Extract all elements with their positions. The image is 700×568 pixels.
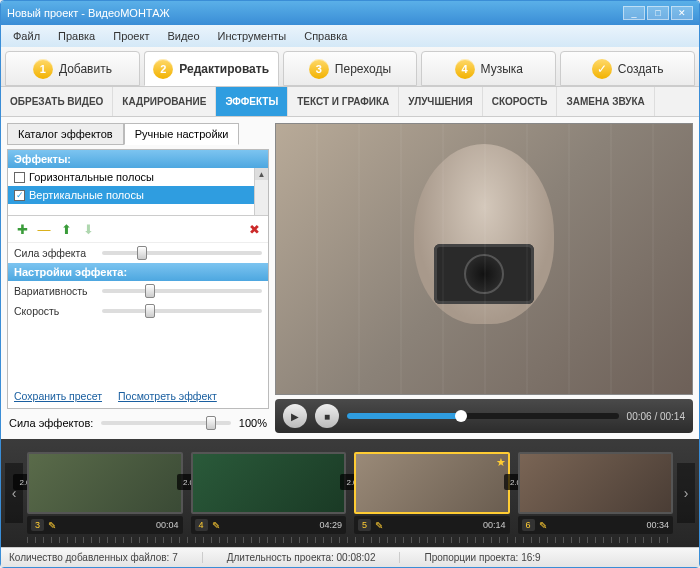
effect-strength-slider[interactable] <box>102 251 262 255</box>
effect-item-hstripes[interactable]: Горизонтальные полосы <box>8 168 268 186</box>
storyboard-next-button[interactable]: › <box>677 463 695 523</box>
time-display: 00:06 / 00:14 <box>627 411 685 422</box>
pencil-icon[interactable]: ✎ <box>375 520 383 531</box>
step-add[interactable]: 1Добавить <box>5 51 140 86</box>
app-window: Новый проект - ВидеоМОНТАЖ _ □ ✕ Файл Пр… <box>0 0 700 568</box>
remove-icon[interactable]: — <box>36 221 52 237</box>
preview-effect-link[interactable]: Посмотреть эффект <box>118 390 217 402</box>
effects-panel: Каталог эффектов Ручные настройки Эффект… <box>7 123 269 433</box>
seek-bar[interactable] <box>347 413 619 419</box>
effects-list: Горизонтальные полосы ✓Вертикальные поло… <box>8 168 268 216</box>
stop-button[interactable]: ■ <box>315 404 339 428</box>
subtab-effects[interactable]: ЭФФЕКТЫ <box>216 87 288 116</box>
storyboard: ‹ › 2.0 3✎00:04 2.0 4✎04:29 2.0 ★ 5✎00:1… <box>1 439 699 547</box>
subtab-speed[interactable]: СКОРОСТЬ <box>483 87 558 116</box>
check-icon: ✓ <box>592 59 612 79</box>
tab-catalog[interactable]: Каталог эффектов <box>7 123 124 145</box>
scroll-up-icon[interactable]: ▲ <box>255 168 268 180</box>
clip-thumbnail[interactable] <box>27 452 183 514</box>
clip-5[interactable]: 2.0 ★ 5✎00:14 <box>354 452 510 534</box>
overall-strength-slider[interactable] <box>101 421 230 425</box>
maximize-button[interactable]: □ <box>647 6 669 20</box>
checkbox-icon[interactable] <box>14 172 25 183</box>
edit-subtabs: ОБРЕЗАТЬ ВИДЕО КАДРИРОВАНИЕ ЭФФЕКТЫ ТЕКС… <box>1 87 699 117</box>
overall-strength-label: Сила эффектов: <box>9 417 93 429</box>
subtab-text[interactable]: ТЕКСТ И ГРАФИКА <box>288 87 399 116</box>
close-button[interactable]: ✕ <box>671 6 693 20</box>
titlebar: Новый проект - ВидеоМОНТАЖ _ □ ✕ <box>1 1 699 25</box>
pencil-icon[interactable]: ✎ <box>539 520 547 531</box>
effect-toolbar: ✚ — ⬆ ⬇ ✖ <box>8 216 268 243</box>
menu-project[interactable]: Проект <box>105 28 157 44</box>
clip-6[interactable]: 2.0 6✎00:34 <box>518 452 674 534</box>
step-transitions[interactable]: 3Переходы <box>283 51 418 86</box>
variability-slider[interactable] <box>102 289 262 293</box>
menu-edit[interactable]: Правка <box>50 28 103 44</box>
effect-item-vstripes[interactable]: ✓Вертикальные полосы <box>8 186 268 204</box>
window-title: Новый проект - ВидеоМОНТАЖ <box>7 7 623 19</box>
wizard-steps: 1Добавить 2Редактировать 3Переходы 4Музы… <box>1 47 699 87</box>
effect-strength-row: Сила эффекта <box>8 243 268 263</box>
star-icon: ★ <box>496 456 506 469</box>
effects-list-header: Эффекты: <box>8 150 268 168</box>
player-controls: ▶ ■ 00:06 / 00:14 <box>275 399 693 433</box>
menu-help[interactable]: Справка <box>296 28 355 44</box>
overall-strength-value: 100% <box>239 417 267 429</box>
minimize-button[interactable]: _ <box>623 6 645 20</box>
seek-thumb[interactable] <box>455 410 467 422</box>
clip-4[interactable]: 2.0 4✎04:29 <box>191 452 347 534</box>
manual-settings-box: Эффекты: Горизонтальные полосы ✓Вертикал… <box>7 149 269 409</box>
play-button[interactable]: ▶ <box>283 404 307 428</box>
param-variability: Вариативность <box>8 281 268 301</box>
timeline-ruler <box>27 537 673 543</box>
pencil-icon[interactable]: ✎ <box>48 520 56 531</box>
speed-slider[interactable] <box>102 309 262 313</box>
menu-video[interactable]: Видео <box>159 28 207 44</box>
step-create[interactable]: ✓Создать <box>560 51 695 86</box>
clip-3[interactable]: 2.0 3✎00:04 <box>27 452 183 534</box>
add-icon[interactable]: ✚ <box>14 221 30 237</box>
preset-links: Сохранить пресет Посмотреть эффект <box>8 384 268 408</box>
checkbox-icon[interactable]: ✓ <box>14 190 25 201</box>
tab-manual[interactable]: Ручные настройки <box>124 123 240 145</box>
content-area: Каталог эффектов Ручные настройки Эффект… <box>1 117 699 439</box>
overall-strength-row: Сила эффектов: 100% <box>7 413 269 433</box>
subtab-audio[interactable]: ЗАМЕНА ЗВУКА <box>557 87 654 116</box>
move-down-icon[interactable]: ⬇ <box>80 221 96 237</box>
pencil-icon[interactable]: ✎ <box>212 520 220 531</box>
storyboard-prev-button[interactable]: ‹ <box>5 463 23 523</box>
clip-thumbnail[interactable]: ★ <box>354 452 510 514</box>
move-up-icon[interactable]: ⬆ <box>58 221 74 237</box>
param-speed: Скорость <box>8 301 268 321</box>
step-edit[interactable]: 2Редактировать <box>144 51 279 86</box>
effect-settings-header: Настройки эффекта: <box>8 263 268 281</box>
delete-icon[interactable]: ✖ <box>246 221 262 237</box>
clip-thumbnail[interactable] <box>191 452 347 514</box>
statusbar: Количество добавленных файлов: 7 Длитель… <box>1 547 699 567</box>
menubar: Файл Правка Проект Видео Инструменты Спр… <box>1 25 699 47</box>
preview-panel: ▶ ■ 00:06 / 00:14 <box>275 123 693 433</box>
clip-thumbnail[interactable] <box>518 452 674 514</box>
subtab-crop[interactable]: КАДРИРОВАНИЕ <box>113 87 216 116</box>
subtab-trim[interactable]: ОБРЕЗАТЬ ВИДЕО <box>1 87 113 116</box>
menu-file[interactable]: Файл <box>5 28 48 44</box>
step-music[interactable]: 4Музыка <box>421 51 556 86</box>
scrollbar[interactable]: ▲ <box>254 168 268 215</box>
save-preset-link[interactable]: Сохранить пресет <box>14 390 102 402</box>
effect-strength-label: Сила эффекта <box>14 247 96 259</box>
video-preview[interactable] <box>275 123 693 395</box>
menu-tools[interactable]: Инструменты <box>210 28 295 44</box>
subtab-enhance[interactable]: УЛУЧШЕНИЯ <box>399 87 482 116</box>
